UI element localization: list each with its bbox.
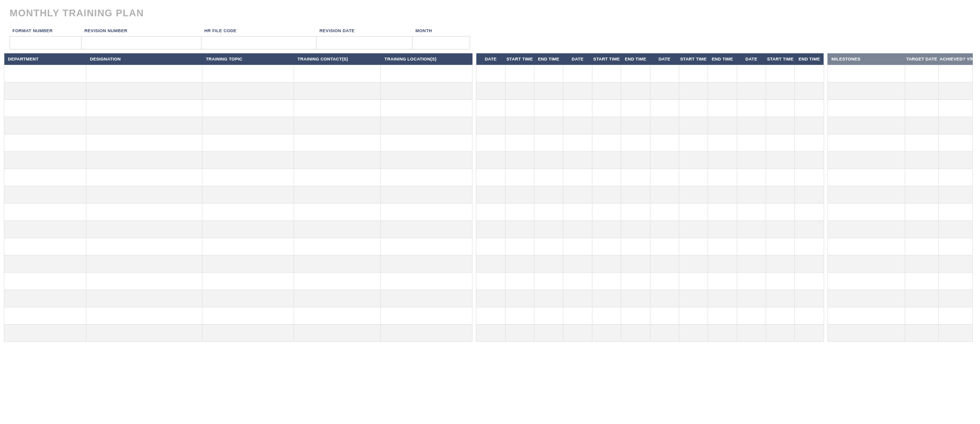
cell-achieved[interactable] bbox=[939, 134, 973, 151]
cell-training-contacts[interactable] bbox=[294, 117, 380, 134]
cell-training-locations[interactable] bbox=[381, 324, 472, 341]
cell-end-time[interactable] bbox=[534, 82, 563, 99]
cell-target-date[interactable] bbox=[905, 255, 938, 272]
cell-training-contacts[interactable] bbox=[294, 82, 380, 99]
cell-date[interactable] bbox=[563, 220, 592, 238]
cell-start-time[interactable] bbox=[592, 82, 621, 99]
cell-date[interactable] bbox=[563, 169, 592, 186]
cell-training-locations[interactable] bbox=[381, 255, 472, 272]
cell-date[interactable] bbox=[476, 307, 505, 324]
cell-start-time[interactable] bbox=[679, 186, 708, 203]
cell-department[interactable] bbox=[4, 65, 86, 82]
cell-start-time[interactable] bbox=[766, 324, 795, 341]
cell-end-time[interactable] bbox=[621, 290, 650, 307]
cell-end-time[interactable] bbox=[795, 290, 824, 307]
cell-training-contacts[interactable] bbox=[294, 203, 380, 220]
cell-target-date[interactable] bbox=[905, 169, 938, 186]
cell-training-topic[interactable] bbox=[202, 169, 294, 186]
cell-end-time[interactable] bbox=[534, 134, 563, 151]
cell-training-locations[interactable] bbox=[381, 220, 472, 238]
cell-date[interactable] bbox=[476, 255, 505, 272]
cell-training-topic[interactable] bbox=[202, 134, 294, 151]
cell-training-topic[interactable] bbox=[202, 324, 294, 341]
cell-start-time[interactable] bbox=[679, 151, 708, 169]
cell-start-time[interactable] bbox=[505, 82, 534, 99]
cell-date[interactable] bbox=[737, 272, 766, 290]
cell-training-locations[interactable] bbox=[381, 117, 472, 134]
cell-milestones[interactable] bbox=[827, 186, 905, 203]
cell-date[interactable] bbox=[563, 290, 592, 307]
cell-date[interactable] bbox=[476, 117, 505, 134]
cell-training-topic[interactable] bbox=[202, 272, 294, 290]
cell-start-time[interactable] bbox=[505, 307, 534, 324]
revision-number-input[interactable] bbox=[82, 36, 201, 49]
month-input[interactable] bbox=[413, 36, 470, 49]
cell-date[interactable] bbox=[476, 82, 505, 99]
cell-start-time[interactable] bbox=[505, 220, 534, 238]
cell-end-time[interactable] bbox=[795, 186, 824, 203]
cell-training-locations[interactable] bbox=[381, 290, 472, 307]
cell-date[interactable] bbox=[650, 255, 679, 272]
cell-designation[interactable] bbox=[86, 99, 202, 117]
cell-milestones[interactable] bbox=[827, 238, 905, 255]
cell-end-time[interactable] bbox=[795, 220, 824, 238]
cell-start-time[interactable] bbox=[592, 99, 621, 117]
cell-milestones[interactable] bbox=[827, 220, 905, 238]
cell-start-time[interactable] bbox=[592, 203, 621, 220]
cell-date[interactable] bbox=[650, 220, 679, 238]
cell-training-locations[interactable] bbox=[381, 272, 472, 290]
format-number-input[interactable] bbox=[10, 36, 82, 49]
cell-end-time[interactable] bbox=[708, 290, 737, 307]
cell-milestones[interactable] bbox=[827, 82, 905, 99]
cell-training-contacts[interactable] bbox=[294, 220, 380, 238]
cell-designation[interactable] bbox=[86, 220, 202, 238]
cell-department[interactable] bbox=[4, 82, 86, 99]
cell-training-locations[interactable] bbox=[381, 307, 472, 324]
cell-end-time[interactable] bbox=[708, 169, 737, 186]
cell-end-time[interactable] bbox=[708, 186, 737, 203]
cell-start-time[interactable] bbox=[592, 307, 621, 324]
cell-start-time[interactable] bbox=[505, 203, 534, 220]
cell-date[interactable] bbox=[563, 307, 592, 324]
cell-designation[interactable] bbox=[86, 255, 202, 272]
cell-start-time[interactable] bbox=[592, 324, 621, 341]
cell-start-time[interactable] bbox=[766, 65, 795, 82]
cell-training-locations[interactable] bbox=[381, 82, 472, 99]
cell-end-time[interactable] bbox=[708, 151, 737, 169]
cell-date[interactable] bbox=[563, 324, 592, 341]
cell-start-time[interactable] bbox=[592, 117, 621, 134]
cell-achieved[interactable] bbox=[939, 117, 973, 134]
cell-date[interactable] bbox=[476, 238, 505, 255]
cell-end-time[interactable] bbox=[795, 151, 824, 169]
cell-training-locations[interactable] bbox=[381, 238, 472, 255]
cell-start-time[interactable] bbox=[592, 220, 621, 238]
cell-target-date[interactable] bbox=[905, 117, 938, 134]
cell-training-locations[interactable] bbox=[381, 134, 472, 151]
cell-achieved[interactable] bbox=[939, 169, 973, 186]
cell-end-time[interactable] bbox=[621, 220, 650, 238]
cell-start-time[interactable] bbox=[592, 272, 621, 290]
cell-date[interactable] bbox=[650, 134, 679, 151]
cell-start-time[interactable] bbox=[679, 117, 708, 134]
cell-end-time[interactable] bbox=[621, 82, 650, 99]
cell-training-topic[interactable] bbox=[202, 117, 294, 134]
cell-start-time[interactable] bbox=[679, 169, 708, 186]
cell-training-contacts[interactable] bbox=[294, 307, 380, 324]
cell-date[interactable] bbox=[476, 203, 505, 220]
cell-designation[interactable] bbox=[86, 203, 202, 220]
cell-end-time[interactable] bbox=[534, 169, 563, 186]
cell-start-time[interactable] bbox=[766, 203, 795, 220]
cell-training-topic[interactable] bbox=[202, 99, 294, 117]
cell-start-time[interactable] bbox=[505, 272, 534, 290]
revision-date-input[interactable] bbox=[317, 36, 413, 49]
cell-start-time[interactable] bbox=[679, 307, 708, 324]
cell-end-time[interactable] bbox=[795, 99, 824, 117]
cell-end-time[interactable] bbox=[795, 238, 824, 255]
cell-achieved[interactable] bbox=[939, 324, 973, 341]
cell-designation[interactable] bbox=[86, 307, 202, 324]
cell-start-time[interactable] bbox=[766, 307, 795, 324]
cell-end-time[interactable] bbox=[621, 151, 650, 169]
cell-training-contacts[interactable] bbox=[294, 65, 380, 82]
cell-date[interactable] bbox=[737, 169, 766, 186]
cell-achieved[interactable] bbox=[939, 203, 973, 220]
